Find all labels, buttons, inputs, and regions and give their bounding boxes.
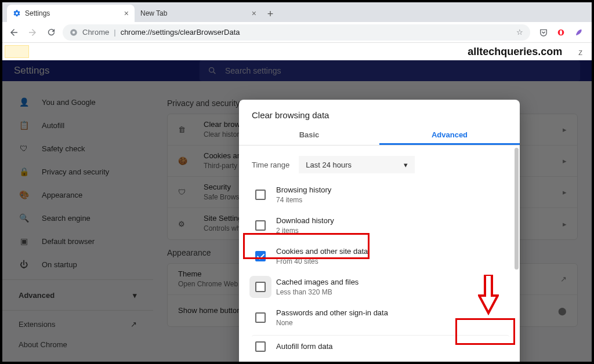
sidebar-item-label: Default browser [42, 237, 95, 246]
svg-point-4 [209, 68, 214, 72]
reload-button[interactable] [44, 26, 58, 39]
time-range-label: Time range [252, 161, 289, 169]
tab-newtab[interactable]: New Tab × [135, 5, 262, 22]
sidebar-item-label: Privacy and security [42, 168, 109, 176]
external-link-icon: ↗ [131, 320, 137, 329]
cookie-icon: 🍪 [178, 156, 193, 165]
chevron-right-icon: ▸ [563, 156, 567, 165]
option-sub: Less than 320 MB [276, 287, 358, 297]
search-placeholder: Search settings [225, 66, 281, 75]
tab-settings[interactable]: Settings × [7, 5, 135, 22]
sidebar-item-label: You and Google [42, 98, 96, 107]
option-autofill[interactable]: Autofill form data [252, 335, 509, 355]
tab-advanced[interactable]: Advanced [379, 123, 520, 145]
feather-icon[interactable] [573, 27, 584, 38]
option-browsing-history[interactable]: Browsing history74 items [252, 181, 509, 209]
yellow-tag [5, 45, 29, 58]
sidebar-item-privacy[interactable]: 🔒Privacy and security [2, 160, 153, 183]
separator: | [114, 28, 115, 37]
sidebar-item-on-startup[interactable]: ⏻On startup [2, 253, 153, 276]
option-title: Cookies and other site data [276, 246, 368, 257]
option-title: Cached images and files [276, 277, 358, 287]
forward-button[interactable] [26, 26, 39, 39]
shield-check-icon: 🛡 [19, 144, 29, 153]
scrollbar-thumb[interactable] [515, 148, 519, 270]
option-cached-images[interactable]: Cached images and filesLess than 320 MB [252, 274, 509, 301]
page-title: Settings [14, 65, 200, 77]
sidebar-item-appearance[interactable]: 🎨Appearance [2, 183, 153, 206]
browser-tab-bar: Settings × New Tab × + [2, 2, 592, 22]
option-title: Browsing history [276, 185, 331, 195]
search-icon: 🔍 [19, 213, 29, 223]
time-range-select[interactable]: Last 24 hours ▾ [299, 156, 415, 173]
sidebar-item-you-and-google[interactable]: 👤You and Google [2, 90, 153, 114]
modal-title: Clear browsing data [239, 100, 520, 123]
time-range-value: Last 24 hours [306, 161, 352, 169]
lock-icon [70, 28, 78, 37]
close-icon[interactable]: × [252, 9, 256, 18]
option-sub: None [276, 318, 388, 328]
option-sub: 74 items [276, 195, 331, 205]
option-title: Autofill form data [276, 341, 333, 352]
sliders-icon: ⚙ [178, 220, 193, 228]
shield-icon: 🔒 [19, 167, 29, 176]
browser-icon: ▣ [19, 236, 29, 246]
settings-search[interactable]: Search settings [200, 60, 580, 81]
sidebar-item-label: Safety check [42, 144, 85, 153]
back-button[interactable] [7, 26, 21, 39]
chevron-down-icon: ▾ [133, 291, 137, 300]
option-cookies[interactable]: Cookies and other site dataFrom 40 sites [252, 243, 509, 270]
watermark-text: alltechqueries.com [468, 46, 562, 58]
close-icon[interactable]: × [124, 9, 129, 18]
sidebar-item-autofill[interactable]: 📋Autofill [2, 114, 153, 137]
svg-point-3 [560, 30, 562, 35]
settings-sidebar: 👤You and Google 📋Autofill 🛡Safety check … [2, 81, 153, 362]
address-bar[interactable]: Chrome | chrome://settings/clearBrowserD… [63, 24, 530, 41]
tab-title: Settings [25, 9, 50, 17]
modal-body: Time range Last 24 hours ▾ Browsing hist… [239, 145, 520, 358]
sidebar-item-label: About Chrome [19, 340, 67, 349]
pocket-icon[interactable] [538, 27, 549, 38]
tab-title: New Tab [140, 9, 167, 17]
sidebar-extensions[interactable]: Extensions↗ [2, 314, 153, 334]
trash-icon: 🗑 [178, 125, 193, 134]
sidebar-advanced[interactable]: Advanced▾ [2, 283, 153, 307]
extension-icons [535, 27, 587, 38]
omnibox-url: chrome://settings/clearBrowserData [121, 28, 240, 37]
modal-actions: Cancel Clear data [239, 358, 520, 362]
watermark-z: Z [578, 49, 582, 56]
bookmark-icon[interactable]: ☆ [516, 28, 523, 37]
chevron-right-icon: ▸ [563, 220, 567, 228]
option-title: Passwords and other sign-in data [276, 308, 388, 318]
option-title: Download history [276, 216, 334, 226]
modal-tabs: Basic Advanced [239, 123, 520, 145]
power-icon: ⏻ [19, 260, 29, 269]
checkbox[interactable] [255, 312, 266, 323]
clear-browsing-data-modal: Clear browsing data Basic Advanced Time … [239, 100, 520, 362]
option-passwords[interactable]: Passwords and other sign-in dataNone [252, 304, 509, 332]
clipboard-icon: 📋 [19, 121, 29, 130]
sidebar-item-label: Search engine [42, 214, 90, 223]
tab-basic[interactable]: Basic [239, 123, 379, 145]
checkbox-checked[interactable] [255, 251, 266, 261]
watermark-bar: alltechqueries.com Z [2, 43, 592, 60]
option-download-history[interactable]: Download history2 items [252, 212, 509, 239]
shield-icon: 🛡 [178, 188, 193, 196]
checkbox[interactable] [255, 220, 266, 231]
new-tab-button[interactable]: + [262, 6, 278, 22]
checkbox[interactable] [255, 190, 266, 200]
sidebar-item-default-browser[interactable]: ▣Default browser [2, 230, 153, 253]
svg-point-1 [73, 31, 75, 34]
sidebar-item-safety-check[interactable]: 🛡Safety check [2, 137, 153, 160]
checkbox[interactable] [255, 282, 266, 292]
chevron-right-icon: ▸ [563, 125, 567, 134]
sidebar-item-label: On startup [42, 260, 77, 269]
sidebar-item-search-engine[interactable]: 🔍Search engine [2, 206, 153, 230]
sidebar-about[interactable]: About Chrome [2, 334, 153, 355]
search-icon [208, 66, 217, 75]
external-link-icon: ↗ [560, 275, 567, 283]
opera-icon[interactable] [556, 27, 566, 38]
gear-icon [13, 9, 21, 17]
toggle-icon[interactable]: ⬤ [558, 307, 567, 315]
checkbox[interactable] [255, 341, 266, 352]
